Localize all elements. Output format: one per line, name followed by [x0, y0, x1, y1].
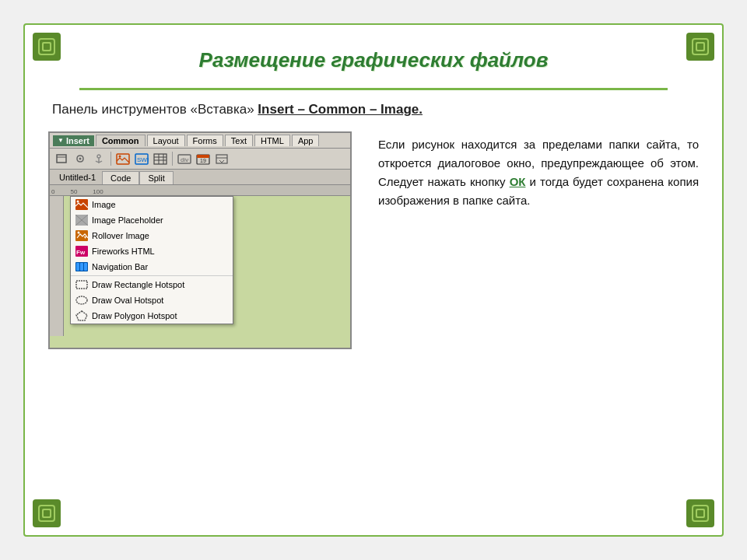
dw-tool-extra[interactable]	[213, 151, 230, 166]
dw-tool-anchor[interactable]	[90, 151, 107, 166]
dw-menu-navbar[interactable]: Navigation Bar	[71, 259, 233, 275]
svg-point-47	[76, 296, 87, 304]
dw-menu-navbar-label: Navigation Bar	[92, 262, 148, 271]
corner-decoration-tr	[686, 33, 714, 61]
dw-menu-rect-hotspot[interactable]: Draw Rectangle Hotspot	[71, 277, 233, 292]
corner-decoration-bl	[33, 499, 61, 527]
dw-menu-rollover-label: Rollover Image	[92, 231, 149, 240]
dw-tool-link[interactable]	[72, 151, 89, 166]
green-divider	[79, 88, 668, 90]
dw-panel-label: Insert	[53, 135, 94, 146]
dw-tool-select[interactable]	[53, 151, 70, 166]
svg-text:div: div	[181, 156, 188, 163]
dw-menu-polygon-hotspot[interactable]: Draw Polygon Hotspot	[71, 308, 233, 324]
dw-filename: Untitled-1	[53, 171, 102, 184]
dw-menu-rollover[interactable]: Rollover Image	[71, 228, 233, 243]
svg-rect-45	[84, 263, 87, 271]
navbar-icon	[75, 261, 88, 273]
image-icon	[75, 198, 88, 211]
ruler-mark-100: 100	[93, 188, 103, 195]
svg-point-14	[97, 155, 100, 158]
svg-marker-48	[76, 311, 87, 320]
dw-menu-oval-label: Draw Oval Hotspot	[92, 296, 163, 305]
dw-main-area: Image Image Placeholder	[50, 196, 350, 336]
svg-rect-20	[154, 154, 167, 164]
placeholder-icon	[75, 214, 88, 226]
svg-point-38	[78, 232, 80, 234]
dw-tool-date[interactable]: 19	[195, 151, 212, 166]
dw-ruler: 0 50 100	[50, 185, 350, 196]
dw-left-bar	[50, 196, 64, 336]
dw-menu-oval-hotspot[interactable]: Draw Oval Hotspot	[71, 292, 233, 308]
dw-tool-table[interactable]	[152, 151, 169, 166]
slide-container: Размещение графических файлов Панель инс…	[23, 23, 724, 537]
screenshot-container: Insert Common Layout Forms Text HTML App	[48, 131, 352, 349]
svg-rect-44	[80, 263, 83, 271]
subtitle-bold: Insert – Common – Image.	[258, 102, 423, 117]
dw-separator-2	[172, 152, 173, 166]
dw-menu-placeholder-label: Image Placeholder	[92, 215, 163, 225]
polygon-icon	[75, 310, 88, 322]
dw-tool-img[interactable]	[114, 151, 132, 166]
ok-button-label: ОК	[510, 175, 526, 188]
dw-menu-image[interactable]: Image	[71, 197, 233, 212]
svg-rect-5	[697, 44, 703, 50]
dw-menu-rect-label: Draw Rectangle Hotspot	[92, 280, 184, 289]
dw-tab-common[interactable]: Common	[96, 135, 146, 146]
dw-view-code[interactable]: Code	[102, 171, 139, 184]
dw-menu-placeholder[interactable]: Image Placeholder	[71, 212, 233, 228]
dw-icons-row: SWF div 19	[50, 149, 350, 170]
dw-tab-bar: Untitled-1 Code Split	[50, 170, 350, 185]
rect-icon	[75, 278, 88, 291]
dw-menu-image-label: Image	[92, 200, 116, 209]
corner-decoration-br	[686, 499, 714, 527]
dw-tab-html[interactable]: HTML	[254, 135, 290, 146]
svg-point-13	[79, 158, 82, 160]
svg-text:Fw: Fw	[76, 249, 86, 256]
dw-menu-polygon-label: Draw Polygon Hotspot	[92, 311, 177, 320]
dw-canvas: Image Image Placeholder	[64, 196, 350, 336]
dw-tab-text[interactable]: Text	[225, 135, 253, 146]
rollover-icon	[75, 229, 88, 242]
body-paragraph: Если рисунок находится за пределами папк…	[378, 135, 699, 210]
content-row: Insert Common Layout Forms Text HTML App	[48, 131, 699, 349]
text-area: Если рисунок находится за пределами папк…	[370, 131, 699, 214]
subtitle-prefix: Панель инструментов «Вставка»	[52, 102, 254, 117]
dw-tab-forms[interactable]: Forms	[187, 135, 223, 146]
dw-view-split[interactable]: Split	[139, 171, 173, 184]
svg-text:SWF: SWF	[137, 156, 149, 163]
svg-rect-2	[44, 44, 50, 50]
svg-point-33	[77, 201, 79, 203]
dw-tab-layout[interactable]: Layout	[147, 135, 185, 146]
fireworks-icon: Fw	[75, 245, 88, 257]
corner-decoration-tl	[33, 33, 61, 61]
ruler-mark-50: 50	[70, 188, 77, 195]
ruler-mark-0: 0	[51, 188, 54, 195]
dw-tool-swf[interactable]: SWF	[133, 151, 150, 166]
dw-menu-fireworks-label: Fireworks HTML	[92, 247, 155, 256]
svg-rect-11	[697, 510, 703, 516]
dw-tab-app[interactable]: App	[292, 135, 320, 146]
slide-title: Размещение графических файлов	[79, 48, 668, 72]
dw-menu-sep	[71, 275, 233, 276]
subtitle-line: Панель инструментов «Вставка» Insert – C…	[52, 102, 699, 117]
dw-menu-fireworks[interactable]: Fw Fireworks HTML	[71, 243, 233, 259]
svg-rect-46	[76, 281, 87, 289]
dw-ui-mockup: Insert Common Layout Forms Text HTML App	[50, 133, 350, 336]
dw-tool-div[interactable]: div	[176, 151, 193, 166]
svg-text:19: 19	[200, 158, 206, 163]
dw-top-bar: Insert Common Layout Forms Text HTML App	[50, 133, 350, 149]
svg-rect-43	[76, 263, 79, 271]
dw-separator-1	[110, 152, 111, 166]
svg-point-17	[119, 155, 121, 157]
svg-rect-8	[44, 510, 50, 516]
oval-icon	[75, 294, 88, 306]
dw-dropdown-menu: Image Image Placeholder	[70, 196, 233, 324]
